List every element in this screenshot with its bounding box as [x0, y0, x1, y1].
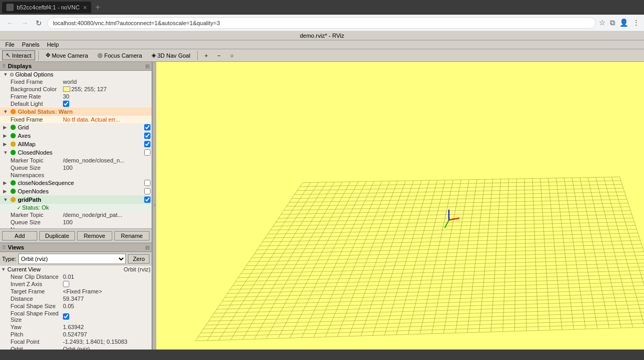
- pitch-label: Pitch: [10, 331, 63, 337]
- target-frame-value[interactable]: <Fixed Frame>: [63, 288, 149, 294]
- orbit-label: Orbit: [10, 346, 63, 350]
- interact-btn[interactable]: ↖ Interact: [2, 50, 35, 60]
- open-nodes-row[interactable]: ▶ OpenNodes: [0, 187, 152, 195]
- open-nodes-checkbox[interactable]: [144, 188, 151, 194]
- menu-panels[interactable]: Panels: [19, 41, 43, 48]
- new-tab-btn[interactable]: +: [93, 3, 102, 12]
- target-frame-row: Target Frame <Fixed Frame>: [0, 288, 152, 295]
- global-options-row[interactable]: ▼ ⚙ Global Options: [0, 71, 152, 78]
- current-view-arrow[interactable]: ▼: [1, 267, 7, 272]
- current-view-row[interactable]: ▼ Current View Orbit (rviz): [0, 266, 152, 273]
- views-panel: ⠿ Views ⊟ Type: Orbit (rviz) Zero ▼ Curr…: [0, 243, 152, 350]
- frame-rate-row: Frame Rate 30: [0, 93, 152, 100]
- gp-queue-value[interactable]: 100: [63, 219, 149, 225]
- axes-arrow[interactable]: ▶: [3, 133, 9, 138]
- current-view-label: Current View: [7, 266, 122, 272]
- duplicate-btn[interactable]: Duplicate: [39, 231, 74, 241]
- displays-panel-header: ⠿ Displays ⊟: [0, 62, 152, 71]
- frame-rate-value[interactable]: 30: [63, 93, 149, 100]
- close-seq-row[interactable]: ▶ closeNodesSequence: [0, 179, 152, 187]
- open-nodes-arrow[interactable]: ▶: [3, 189, 9, 194]
- bg-color-value: 255; 255; 127: [71, 86, 106, 92]
- yaw-value[interactable]: 1.63942: [63, 324, 149, 330]
- close-seq-checkbox[interactable]: [144, 180, 151, 186]
- closed-nodes-arrow[interactable]: ▼: [3, 150, 9, 155]
- allmap-row[interactable]: ▶ AllMap: [0, 140, 152, 148]
- close-seq-status-icon: [10, 180, 16, 186]
- orbit-value[interactable]: Orbit (rviz): [63, 346, 149, 350]
- zoom-fit-btn[interactable]: ○: [227, 51, 238, 60]
- grid-path-checkbox[interactable]: [144, 197, 151, 203]
- axes-row[interactable]: ▶ Axes: [0, 132, 152, 140]
- account-icon[interactable]: 👤: [619, 18, 628, 27]
- closed-nodes-status-icon: [10, 150, 16, 155]
- resize-handle[interactable]: ⠿: [152, 62, 156, 350]
- forward-btn[interactable]: →: [19, 18, 30, 28]
- nav-3d-btn[interactable]: ◈ 3D Nav Goal: [148, 50, 194, 60]
- near-clip-value[interactable]: 0.01: [63, 274, 149, 280]
- displays-panel[interactable]: ▼ ⚙ Global Options Fixed Frame world Bac…: [0, 71, 152, 228]
- zoom-out-btn[interactable]: −: [213, 51, 224, 60]
- close-seq-label: closeNodesSequence: [18, 180, 144, 186]
- add-btn[interactable]: Add: [2, 231, 37, 241]
- open-nodes-label: OpenNodes: [18, 188, 144, 194]
- focus-camera-btn[interactable]: ◎ Focus Camera: [94, 50, 146, 60]
- tab-close-btn[interactable]: ✕: [83, 5, 87, 10]
- rename-btn[interactable]: Rename: [114, 231, 149, 241]
- global-status-row[interactable]: ▼ Global Status: Warn: [0, 107, 152, 116]
- gp-marker-value[interactable]: /demo_node/grid_pat...: [63, 212, 149, 218]
- views-zero-btn[interactable]: Zero: [128, 254, 149, 264]
- views-type-row: Type: Orbit (rviz) Zero: [0, 252, 152, 266]
- closed-marker-value[interactable]: /demo_node/closed_n...: [63, 157, 149, 163]
- bookmark-icon[interactable]: ☆: [599, 18, 606, 27]
- closed-nodes-checkbox[interactable]: [144, 149, 151, 156]
- remove-btn[interactable]: Remove: [77, 231, 112, 241]
- global-status-label: Global Status: Warn: [18, 108, 151, 115]
- extension-icon[interactable]: ⧉: [610, 18, 615, 27]
- closed-queue-value[interactable]: 100: [63, 165, 149, 171]
- views-panel-header: ⠿ Views ⊟: [0, 243, 152, 252]
- pitch-value[interactable]: 0.524797: [63, 331, 149, 337]
- close-seq-arrow[interactable]: ▶: [3, 180, 9, 186]
- allmap-checkbox[interactable]: [144, 141, 151, 147]
- invert-z-row: Invert Z Axis: [0, 280, 152, 288]
- displays-panel-close[interactable]: ⊟: [145, 63, 149, 69]
- views-panel-close[interactable]: ⊟: [145, 245, 149, 250]
- view-3d[interactable]: [156, 62, 644, 350]
- fss-value[interactable]: 0.05: [63, 303, 149, 309]
- menu-help[interactable]: Help: [44, 41, 62, 48]
- grid-path-row[interactable]: ▼ gridPath: [0, 195, 152, 204]
- bg-color-swatch[interactable]: [63, 86, 70, 92]
- views-content[interactable]: ▼ Current View Orbit (rviz) Near Clip Di…: [0, 266, 152, 350]
- global-options-arrow[interactable]: ▼: [3, 72, 9, 77]
- grid-arrow[interactable]: ▶: [3, 125, 9, 130]
- default-light-checkbox[interactable]: [63, 101, 69, 107]
- closed-nodes-row[interactable]: ▼ ClosedNodes: [0, 148, 152, 157]
- fixed-frame-value[interactable]: world: [63, 79, 149, 85]
- grid-checkbox[interactable]: [144, 124, 151, 130]
- grid-path-arrow[interactable]: ▼: [3, 197, 9, 202]
- gp-marker-label: Marker Topic: [10, 212, 63, 218]
- allmap-arrow[interactable]: ▶: [3, 141, 9, 147]
- fp-label: Focal Point: [10, 339, 63, 345]
- zoom-in-btn[interactable]: +: [201, 51, 211, 60]
- fsf-checkbox[interactable]: [63, 313, 69, 320]
- grid-row[interactable]: ▶ Grid: [0, 123, 152, 132]
- 3d-canvas[interactable]: [156, 62, 644, 350]
- axes-checkbox[interactable]: [144, 133, 151, 139]
- reload-btn[interactable]: ↻: [34, 18, 44, 28]
- global-status-arrow[interactable]: ▼: [3, 109, 9, 114]
- active-tab[interactable]: b52cc4cefbf4:1 - noVNC ✕: [2, 2, 91, 13]
- left-panel: ⠿ Displays ⊟ ▼ ⚙ Global Options Fixed Fr…: [0, 62, 152, 350]
- menu-file[interactable]: File: [2, 41, 18, 48]
- fp-value[interactable]: -1.2493; 1.8401; 0.15083: [63, 339, 149, 345]
- near-clip-row: Near Clip Distance 0.01: [0, 273, 152, 280]
- back-btn[interactable]: ←: [4, 18, 16, 28]
- move-camera-btn[interactable]: ✥ Move Camera: [42, 50, 92, 60]
- menu-icon[interactable]: ⋮: [632, 18, 640, 27]
- nav-bar: ← → ↻ localhost:40080/vnc.html?autoconne…: [0, 15, 644, 31]
- views-type-select[interactable]: Orbit (rviz): [18, 254, 126, 264]
- invert-z-checkbox[interactable]: [63, 281, 69, 287]
- address-bar[interactable]: localhost:40080/vnc.html?autoconnect=1&a…: [47, 17, 596, 29]
- distance-value[interactable]: 59.3477: [63, 296, 149, 302]
